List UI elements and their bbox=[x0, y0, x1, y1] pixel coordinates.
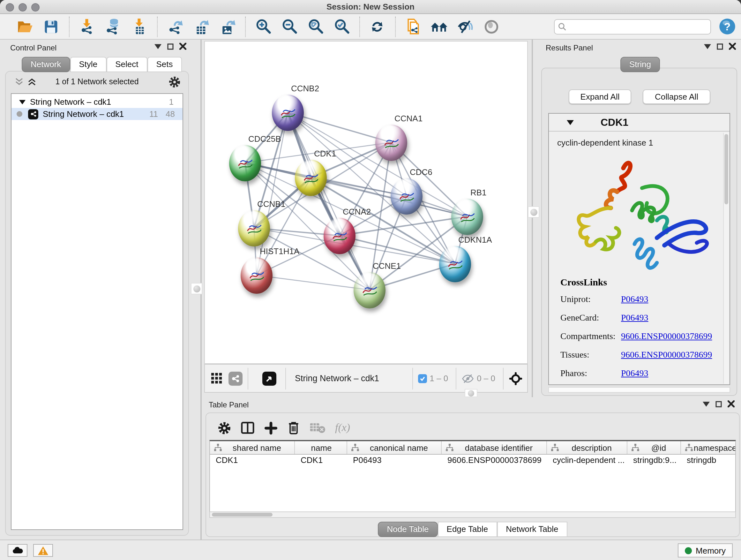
close-panel-icon[interactable] bbox=[179, 43, 186, 50]
genecard-link[interactable]: P06493 bbox=[621, 313, 649, 323]
tissues-link[interactable]: 9606.ENSP00000378699 bbox=[621, 350, 712, 360]
column-header-description[interactable]: description bbox=[547, 441, 627, 454]
cell-database-identifier[interactable]: 9606.ENSP00000378699 bbox=[442, 455, 547, 467]
network-canvas[interactable]: CCNB2CCNA1CDC25BCDK1CDC6RB1CCNB1CCNA2CDK… bbox=[204, 41, 528, 364]
network-edge[interactable] bbox=[288, 112, 369, 290]
selected-checkbox[interactable] bbox=[418, 374, 427, 383]
protein-header-row[interactable]: CDK1 bbox=[549, 114, 730, 132]
open-session-icon[interactable] bbox=[15, 17, 35, 36]
warning-status-button[interactable] bbox=[33, 544, 53, 557]
tab-edge-table[interactable]: Edge Table bbox=[438, 522, 497, 537]
tab-sets[interactable]: Sets bbox=[147, 57, 182, 72]
compartments-link[interactable]: 9606.ENSP00000378699 bbox=[621, 331, 712, 341]
import-network-from-database-icon[interactable] bbox=[104, 17, 123, 36]
zoom-in-icon[interactable] bbox=[253, 17, 273, 36]
scrollbar-thumb[interactable] bbox=[212, 513, 273, 516]
pharos-link[interactable]: P06493 bbox=[621, 368, 649, 379]
help-icon[interactable]: ? bbox=[719, 18, 736, 35]
panel-menu-icon[interactable] bbox=[703, 401, 710, 407]
hide-glasses-icon[interactable] bbox=[456, 17, 475, 36]
network-collection-row[interactable]: String Network – cdk1 1 bbox=[11, 96, 183, 108]
left-splitter-handle[interactable] bbox=[191, 283, 202, 294]
panel-menu-icon[interactable] bbox=[704, 44, 711, 49]
cell-name[interactable]: CDK1 bbox=[295, 455, 347, 467]
collection-disclosure-icon[interactable] bbox=[19, 99, 25, 105]
tab-style[interactable]: Style bbox=[70, 57, 106, 72]
cell-id[interactable]: stringdb:9... bbox=[627, 455, 681, 467]
network-node-cdk1[interactable] bbox=[295, 159, 327, 196]
cell-canonical-name[interactable]: P06493 bbox=[347, 455, 442, 467]
network-node-cdc25b[interactable] bbox=[229, 145, 261, 181]
float-panel-icon[interactable] bbox=[717, 43, 723, 50]
float-panel-icon[interactable] bbox=[167, 43, 174, 50]
column-header-database-identifier[interactable]: database identifier bbox=[442, 441, 547, 454]
export-table-icon[interactable] bbox=[192, 17, 211, 36]
network-node-cdkn1a[interactable] bbox=[439, 246, 471, 282]
results-scrollbar[interactable] bbox=[723, 133, 729, 384]
cell-description[interactable]: cyclin-dependent ... bbox=[547, 455, 627, 467]
pan-crosshair-icon[interactable] bbox=[509, 371, 523, 385]
table-horizontal-scrollbar[interactable] bbox=[209, 511, 736, 518]
grid-view-icon[interactable] bbox=[209, 371, 223, 385]
bottom-splitter-handle[interactable] bbox=[465, 389, 477, 397]
results-horizontal-scrollbar[interactable] bbox=[548, 387, 730, 393]
right-splitter-handle[interactable] bbox=[528, 206, 539, 218]
string-view-icon[interactable] bbox=[228, 371, 243, 385]
cloud-status-button[interactable] bbox=[8, 544, 27, 557]
import-table-from-file-icon[interactable] bbox=[130, 17, 149, 36]
network-node-ccna2[interactable] bbox=[324, 217, 355, 254]
import-network-from-file-icon[interactable] bbox=[77, 17, 96, 36]
column-header-id[interactable]: @id bbox=[627, 441, 681, 454]
column-header-name[interactable]: name bbox=[295, 441, 347, 454]
tab-string-results[interactable]: String bbox=[620, 57, 660, 72]
column-header-canonical-name[interactable]: canonical name bbox=[347, 441, 442, 454]
cell-shared-name[interactable]: CDK1 bbox=[210, 455, 295, 467]
network-options-gear-icon[interactable] bbox=[169, 76, 181, 88]
memory-button[interactable]: Memory bbox=[678, 543, 733, 557]
column-header-namespace[interactable]: namespace bbox=[681, 441, 736, 454]
tab-network-table[interactable]: Network Table bbox=[497, 522, 567, 537]
network-row-selected[interactable]: String Network – cdk1 11 48 bbox=[11, 108, 183, 120]
delete-column-icon[interactable] bbox=[287, 421, 300, 435]
right-splitter[interactable] bbox=[532, 40, 533, 397]
export-image-icon[interactable] bbox=[218, 17, 237, 36]
cell-namespace[interactable]: stringdb bbox=[681, 455, 736, 467]
close-panel-icon[interactable] bbox=[729, 43, 736, 50]
collapse-protein-icon[interactable] bbox=[567, 120, 574, 125]
panel-menu-icon[interactable] bbox=[154, 44, 161, 49]
network-overview-homes-icon[interactable] bbox=[429, 17, 449, 36]
network-node-hist1h1a[interactable] bbox=[241, 257, 273, 294]
uniprot-link[interactable]: P06493 bbox=[621, 294, 649, 305]
table-row[interactable]: CDK1 CDK1 P06493 9606.ENSP00000378699 cy… bbox=[210, 455, 735, 467]
create-column-icon[interactable] bbox=[264, 421, 278, 435]
tab-node-table[interactable]: Node Table bbox=[378, 522, 437, 537]
zoom-out-icon[interactable] bbox=[280, 17, 299, 36]
clone-network-icon[interactable] bbox=[403, 17, 422, 36]
save-session-icon[interactable] bbox=[42, 17, 61, 36]
export-network-icon[interactable] bbox=[165, 17, 185, 36]
table-options-gear-icon[interactable] bbox=[218, 421, 231, 435]
network-node-ccnb1[interactable] bbox=[238, 210, 270, 246]
zoom-selected-icon[interactable] bbox=[332, 17, 351, 36]
network-node-ccna1[interactable] bbox=[375, 124, 407, 161]
protein-thumbnail bbox=[398, 187, 415, 205]
show-sphere-icon[interactable] bbox=[482, 17, 501, 36]
network-node-rb1[interactable] bbox=[451, 198, 483, 235]
float-panel-icon[interactable] bbox=[716, 401, 722, 407]
network-node-cdc6[interactable] bbox=[391, 178, 422, 214]
network-edge[interactable] bbox=[257, 275, 369, 290]
column-header-shared-name[interactable]: shared name bbox=[210, 441, 295, 454]
refresh-view-icon[interactable] bbox=[367, 17, 387, 36]
show-columns-icon[interactable] bbox=[241, 422, 255, 434]
delete-table-icon-disabled bbox=[310, 422, 326, 434]
search-input[interactable] bbox=[554, 19, 711, 34]
tab-network[interactable]: Network bbox=[22, 57, 70, 72]
network-node-ccne1[interactable] bbox=[354, 272, 386, 308]
close-panel-icon[interactable] bbox=[728, 400, 735, 408]
collapse-all-button[interactable]: Collapse All bbox=[643, 89, 711, 104]
expand-all-button[interactable]: Expand All bbox=[569, 89, 631, 104]
tab-select[interactable]: Select bbox=[106, 57, 147, 72]
zoom-fit-icon[interactable] bbox=[306, 17, 325, 36]
network-node-ccnb2[interactable] bbox=[272, 94, 304, 131]
birds-eye-view-icon[interactable] bbox=[262, 371, 276, 385]
